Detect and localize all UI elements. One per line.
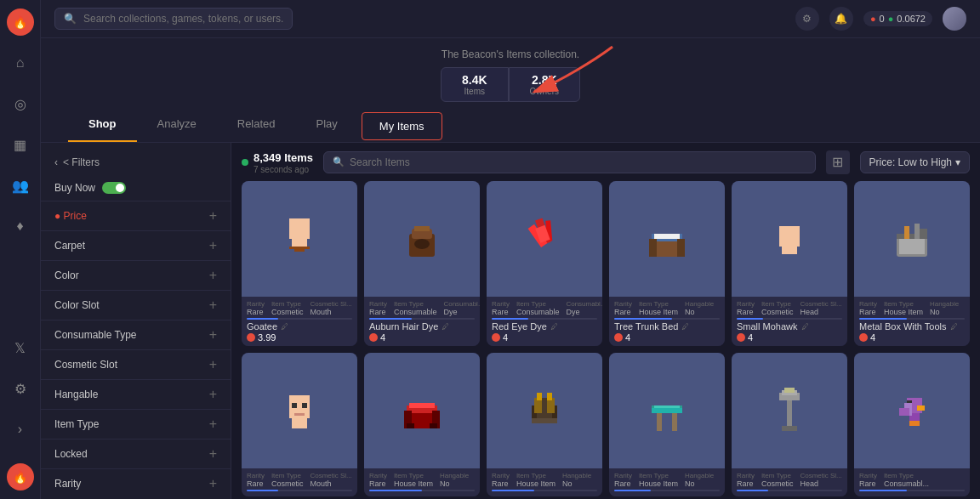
rarity-label: Rarity <box>614 472 632 479</box>
filter-price[interactable]: ● Price + <box>41 201 231 230</box>
global-search-input[interactable] <box>83 13 283 25</box>
cosmetic-slot-label: Cosmetic Sl... <box>800 300 841 308</box>
buy-now-label: Buy Now <box>54 182 95 194</box>
nav-users[interactable]: 👥 <box>7 172 34 199</box>
item-edit-icon: 🖊 <box>801 322 809 331</box>
filter-cosmetic-slot[interactable]: Cosmetic Slot + <box>41 349 231 379</box>
progress-fill <box>614 318 672 320</box>
list-item[interactable]: Rarity Rare Item Type Cosmetic Cosmetic … <box>242 181 357 346</box>
item-type-col: Item Type House Item <box>639 300 678 316</box>
svg-rect-21 <box>899 239 925 254</box>
rarity-value: Rare <box>614 308 632 316</box>
item-type-value: Cosmetic <box>271 479 304 488</box>
tab-my-items[interactable]: My Items <box>362 112 442 140</box>
item-thumbnail <box>732 353 847 468</box>
list-item[interactable]: Rarity Rare Item Type House Item Hangabl… <box>854 181 970 346</box>
bell-icon[interactable]: 🔔 <box>829 7 853 31</box>
filter-carpet[interactable]: Carpet + <box>41 230 231 260</box>
item-type-col: Item Type Cosmetic <box>761 300 794 316</box>
list-item[interactable]: Rarity Rare Item Type Cosmetic Cosmetic … <box>732 353 847 496</box>
list-item[interactable]: Rarity Rare Item Type House Item Hangabl… <box>609 181 725 346</box>
nav-expand[interactable]: › <box>7 416 34 443</box>
price-icon <box>247 333 255 342</box>
filter-rarity-plus-icon: + <box>209 476 217 491</box>
item-edit-icon: 🖊 <box>442 322 449 331</box>
filters-header[interactable]: ‹ < Filters <box>41 150 231 175</box>
filter-item-type[interactable]: Item Type + <box>41 409 231 439</box>
item-type-col: Item Type House Item <box>516 472 556 488</box>
svg-rect-37 <box>430 423 437 428</box>
item-name: Tree Trunk Bed <box>614 321 678 332</box>
item-info: Rarity Rare Item Type House Item Hangabl… <box>364 468 480 496</box>
sort-dropdown[interactable]: Price: Low to High ▾ <box>860 151 970 173</box>
svg-rect-49 <box>672 413 677 431</box>
user-avatar[interactable] <box>943 7 966 31</box>
robux-value: 0 <box>880 14 885 24</box>
nav-bottom-logo[interactable]: 🔥 <box>7 463 34 490</box>
filter-locked[interactable]: Locked + <box>41 439 231 468</box>
svg-rect-61 <box>909 421 914 426</box>
rarity-label: Rarity <box>247 472 265 479</box>
item-thumbnail <box>242 181 357 297</box>
list-item[interactable]: Rarity Rare Item Type Cosmetic Cosmetic … <box>242 353 357 496</box>
list-item[interactable]: Rarity Rare Item Type House Item Hangabl… <box>609 353 725 496</box>
list-item[interactable]: Rarity Rare Item Type House Item Hangabl… <box>487 353 602 496</box>
svg-rect-23 <box>904 226 909 239</box>
list-item[interactable]: Rarity Rare Item Type Consumable Consuma… <box>364 181 480 346</box>
currency-icon: ● <box>888 14 894 24</box>
item-image <box>259 370 339 451</box>
settings-icon[interactable]: ⚙ <box>795 7 819 31</box>
item-meta-row: Rarity Rare Item Type Consumable Consuma… <box>369 300 475 316</box>
item-name: Auburn Hair Dye <box>369 321 438 332</box>
nav-twitter[interactable]: 𝕏 <box>7 334 34 361</box>
rarity-label: Rarity <box>859 300 877 308</box>
item-image <box>749 198 829 279</box>
filter-rarity[interactable]: Rarity + <box>41 468 231 498</box>
filter-consumable-type[interactable]: Consumable Type + <box>41 320 231 349</box>
filter-cosmetic-slot-label: Cosmetic Slot <box>54 359 117 371</box>
rarity-label: Rarity <box>492 300 510 308</box>
item-edit-icon: 🖊 <box>281 322 288 331</box>
rarity-value: Rare <box>492 479 510 488</box>
hangable-value: No <box>685 308 714 316</box>
item-info: Rarity Rare Item Type House Item Hangabl… <box>609 468 725 496</box>
nav-calendar[interactable]: ▦ <box>7 131 34 158</box>
global-search-box[interactable]: 🔍 <box>54 8 293 30</box>
items-count-info: 8,349 Items 7 seconds ago <box>254 150 313 174</box>
list-item[interactable]: Rarity Rare Item Type Consumabl... <box>854 353 970 496</box>
item-type-label: Item Type <box>394 300 437 308</box>
nav-home[interactable]: ⌂ <box>7 49 34 77</box>
item-type-value: Consumable <box>394 308 437 316</box>
tab-related[interactable]: Related <box>217 109 296 142</box>
svg-rect-62 <box>914 421 920 426</box>
robux-badge: ● 0 ● 0.0672 <box>863 11 932 26</box>
nav-notifications[interactable]: ♦ <box>7 213 34 240</box>
grid-view-toggle[interactable]: ⊞ <box>826 150 850 174</box>
filter-color-slot[interactable]: Color Slot + <box>41 290 231 320</box>
item-progress-bar <box>737 490 842 491</box>
svg-rect-60 <box>917 405 925 411</box>
items-search-input[interactable] <box>350 156 806 168</box>
item-name: Red Eye Dye <box>492 321 547 332</box>
items-count-time: 7 seconds ago <box>254 165 313 174</box>
tab-analyze[interactable]: Analyze <box>137 109 217 142</box>
hangable-col: Hangable No <box>685 300 714 316</box>
item-image <box>871 198 952 279</box>
nav-explore[interactable]: ◎ <box>7 90 34 117</box>
item-info: Rarity Rare Item Type Cosmetic Cosmetic … <box>732 297 847 346</box>
list-item[interactable]: Rarity Rare Item Type Cosmetic Cosmetic … <box>732 181 847 346</box>
rarity-value: Rare <box>859 308 877 316</box>
filter-color[interactable]: Color + <box>41 260 231 290</box>
price-icon <box>859 333 868 342</box>
list-item[interactable]: Rarity Rare Item Type Consumable Consuma… <box>487 181 602 346</box>
item-progress-bar <box>247 318 352 320</box>
filter-hangable[interactable]: Hangable + <box>41 379 231 409</box>
nav-discord[interactable]: ⚙ <box>7 375 34 402</box>
tab-shop[interactable]: Shop <box>68 109 137 142</box>
list-item[interactable]: Rarity Rare Item Type House Item Hangabl… <box>364 353 480 496</box>
buy-now-toggle[interactable] <box>102 182 126 194</box>
buy-now-row: Buy Now <box>41 175 231 201</box>
app-logo[interactable]: 🔥 <box>7 9 34 36</box>
items-search-box[interactable]: 🔍 <box>323 151 816 173</box>
tab-play[interactable]: Play <box>296 109 358 142</box>
